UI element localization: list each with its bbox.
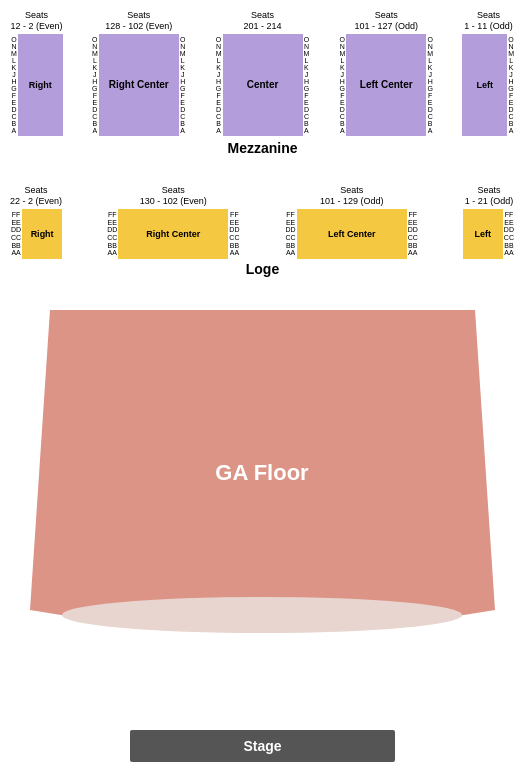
mezzanine-row: Seats 12 - 2 (Even) ONMLKJHGFEDCBA Right… (10, 10, 515, 136)
mez-left-label[interactable]: Left (462, 34, 507, 136)
loge-left-center-section: Seats 101 - 129 (Odd) FFEEDDCCBBAA Left … (285, 185, 419, 259)
loge-right-seats-info: Seats 22 - 2 (Even) (10, 185, 62, 207)
mez-left-center-block: ONMLKJHGFEDCBA Left Center ONMLKJHGFEDCB… (338, 34, 434, 136)
venue-map: Seats 12 - 2 (Even) ONMLKJHGFEDCBA Right… (0, 0, 525, 777)
mez-right-seats-info: Seats 12 - 2 (Even) (10, 10, 62, 32)
mez-rc-rows-left: ONMLKJHGFEDCBA (91, 34, 99, 136)
mez-right-center-seats-info: Seats 128 - 102 (Even) (105, 10, 172, 32)
loge-right-section: Seats 22 - 2 (Even) FFEEDDCCBBAA Right (10, 185, 62, 259)
mez-left-center-seats-info: Seats 101 - 127 (Odd) (354, 10, 418, 32)
loge-lc-rows-right: FFEEDDCCBBAA (407, 209, 419, 259)
loge-row: Seats 22 - 2 (Even) FFEEDDCCBBAA Right S… (10, 185, 515, 259)
loge-rc-rows-left: FFEEDDCCBBAA (106, 209, 118, 259)
ga-floor-text: GA Floor (215, 460, 309, 485)
loge-left-seats-info: Seats 1 - 21 (Odd) (465, 185, 514, 207)
loge-right-label[interactable]: Right (22, 209, 62, 259)
mez-center-block: ONMLKJHGFEDCBA Center ONMLKJHGFEDCBA (215, 34, 311, 136)
mez-right-center-block: ONMLKJHGFEDCBA Right Center ONMLKJHGFEDC… (91, 34, 187, 136)
mez-lc-rows-right: ONMLKJHGFEDCBA (426, 34, 434, 136)
mez-right-label[interactable]: Right (18, 34, 63, 136)
mez-center-rows-right: ONMLKJHGFEDCBA (303, 34, 311, 136)
mez-left-block: Left ONMLKJHGFEDCBA (462, 34, 515, 136)
mez-center-seats-info: Seats 201 - 214 (243, 10, 281, 32)
loge-right-block: FFEEDDCCBBAA Right (10, 209, 62, 259)
loge-left-center-block: FFEEDDCCBBAA Left Center FFEEDDCCBBAA (285, 209, 419, 259)
loge-right-center-seats-info: Seats 130 - 102 (Even) (140, 185, 207, 207)
loge-right-center-label[interactable]: Right Center (118, 209, 228, 259)
mez-center-rows-left: ONMLKJHGFEDCBA (215, 34, 223, 136)
loge-left-label[interactable]: Left (463, 209, 503, 259)
mez-center-label[interactable]: Center (223, 34, 303, 136)
loge-left-rows: FFEEDDCCBBAA (503, 209, 515, 259)
mezzanine-label: Mezzanine (227, 140, 297, 156)
mez-right-center-label[interactable]: Right Center (99, 34, 179, 136)
mez-left-section: Seats 1 - 11 (Odd) Left ONMLKJHGFEDCBA (462, 10, 515, 136)
mezzanine-container: Seats 12 - 2 (Even) ONMLKJHGFEDCBA Right… (10, 10, 515, 156)
ga-floor-container: GA Floor (30, 310, 495, 674)
ga-floor-svg[interactable]: GA Floor (30, 310, 495, 670)
mez-left-seats-info: Seats 1 - 11 (Odd) (464, 10, 513, 32)
mez-rc-rows-right: ONMLKJHGFEDCBA (179, 34, 187, 136)
loge-left-center-label[interactable]: Left Center (297, 209, 407, 259)
stage-container: Stage (130, 730, 395, 762)
mez-right-section: Seats 12 - 2 (Even) ONMLKJHGFEDCBA Right (10, 10, 63, 136)
loge-lc-rows-left: FFEEDDCCBBAA (285, 209, 297, 259)
loge-right-center-section: Seats 130 - 102 (Even) FFEEDDCCBBAA Righ… (106, 185, 240, 259)
loge-right-center-block: FFEEDDCCBBAA Right Center FFEEDDCCBBAA (106, 209, 240, 259)
svg-point-0 (62, 597, 462, 633)
stage-box[interactable]: Stage (130, 730, 395, 762)
mez-lc-rows-left: ONMLKJHGFEDCBA (338, 34, 346, 136)
mez-center-section: Seats 201 - 214 ONMLKJHGFEDCBA Center ON… (215, 10, 311, 136)
loge-rc-rows-right: FFEEDDCCBBAA (228, 209, 240, 259)
mez-right-center-section: Seats 128 - 102 (Even) ONMLKJHGFEDCBA Ri… (91, 10, 187, 136)
loge-left-section: Seats 1 - 21 (Odd) Left FFEEDDCCBBAA (463, 185, 515, 259)
loge-label: Loge (246, 261, 279, 277)
mez-left-center-label[interactable]: Left Center (346, 34, 426, 136)
mez-left-center-section: Seats 101 - 127 (Odd) ONMLKJHGFEDCBA Lef… (338, 10, 434, 136)
loge-left-center-seats-info: Seats 101 - 129 (Odd) (320, 185, 384, 207)
loge-container: Seats 22 - 2 (Even) FFEEDDCCBBAA Right S… (10, 185, 515, 277)
loge-right-rows: FFEEDDCCBBAA (10, 209, 22, 259)
mez-left-rows: ONMLKJHGFEDCBA (507, 34, 515, 136)
mez-right-rows: ONMLKJHGFEDCBA (10, 34, 18, 136)
loge-left-block: Left FFEEDDCCBBAA (463, 209, 515, 259)
mez-right-block: ONMLKJHGFEDCBA Right (10, 34, 63, 136)
